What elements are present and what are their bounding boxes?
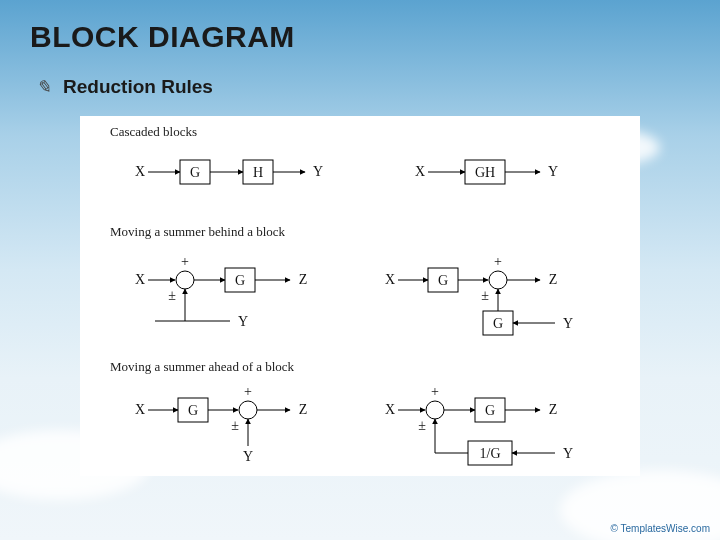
s3r-plus: + [431, 384, 439, 399]
s2l-Z: Z [299, 272, 308, 287]
s2r-plus: + [494, 254, 502, 269]
s3r-X: X [385, 402, 395, 417]
pencil-icon: ✎ [36, 76, 51, 98]
s2l-summer [176, 271, 194, 289]
s3r-Y: Y [563, 446, 573, 461]
s1r-X: X [415, 164, 425, 179]
s2r-G2: G [493, 316, 503, 331]
s2r-X: X [385, 272, 395, 287]
bullet-item: ✎ Reduction Rules [36, 76, 690, 98]
s2r-Z: Z [549, 272, 558, 287]
s2l-plus: + [181, 254, 189, 269]
s1l-Y: Y [313, 164, 323, 179]
s3l-summer [239, 401, 257, 419]
s1l-X: X [135, 164, 145, 179]
s2r-summer [489, 271, 507, 289]
s3l-plus: + [244, 384, 252, 399]
s2r-Y: Y [563, 316, 573, 331]
section1-caption: Cascaded blocks [110, 124, 197, 139]
s3r-Z: Z [549, 402, 558, 417]
s2l-X: X [135, 272, 145, 287]
s2r-G: G [438, 273, 448, 288]
s1l-H: H [253, 165, 263, 180]
diagram-figure: Cascaded blocks X G H Y X GH Y Moving a … [80, 116, 640, 476]
s3l-G: G [188, 403, 198, 418]
watermark: © TemplatesWise.com [611, 523, 710, 534]
s1r-Y: Y [548, 164, 558, 179]
s2l-G: G [235, 273, 245, 288]
s3r-invG: 1/G [480, 446, 501, 461]
s3r-summer [426, 401, 444, 419]
s3l-X: X [135, 402, 145, 417]
s3l-Z: Z [299, 402, 308, 417]
s1r-GH: GH [475, 165, 495, 180]
slide-content: BLOCK DIAGRAM ✎ Reduction Rules Cascaded… [0, 0, 720, 496]
s3l-Y: Y [243, 449, 253, 464]
s3r-G: G [485, 403, 495, 418]
s3r-arrowUp [435, 419, 468, 453]
section2-caption: Moving a summer behind a block [110, 224, 286, 239]
s1l-G: G [190, 165, 200, 180]
s3r-pm: ± [418, 418, 426, 433]
s2l-pm: ± [168, 288, 176, 303]
s2r-pm: ± [481, 288, 489, 303]
section3-caption: Moving a summer ahead of a block [110, 359, 295, 374]
page-title: BLOCK DIAGRAM [30, 20, 690, 54]
s3l-pm: ± [231, 418, 239, 433]
s2l-Y: Y [238, 314, 248, 329]
bullet-label: Reduction Rules [63, 76, 213, 98]
